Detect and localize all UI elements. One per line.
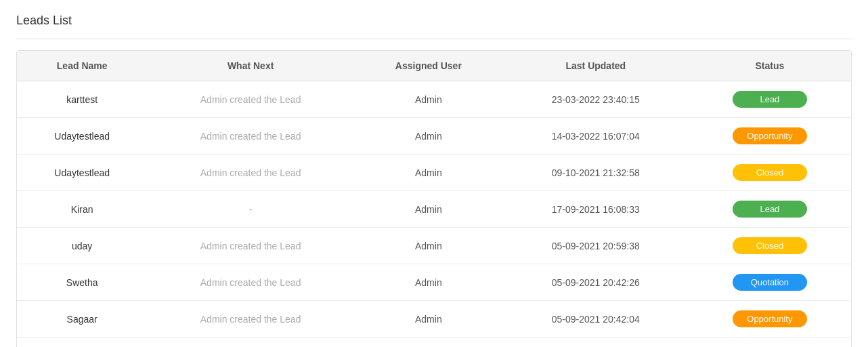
- status-badge: Closed: [733, 237, 807, 254]
- cell-last-updated: 17-09-2021 16:08:33: [503, 191, 689, 228]
- cell-assigned-user: Admin: [354, 264, 503, 301]
- table-row[interactable]: UdaytestleadAdmin created the LeadAdmin0…: [17, 155, 851, 191]
- cell-what-next: Admin created the Lead: [147, 264, 354, 301]
- cell-last-updated: 23-03-2022 23:40:15: [503, 81, 689, 118]
- cell-lead-name: Udaytestlead: [17, 155, 147, 191]
- cell-last-updated: 14-03-2022 16:07:04: [503, 118, 689, 155]
- table-row[interactable]: SagaarAdmin created the LeadAdmin05-09-2…: [17, 301, 851, 338]
- page-title: Leads List: [16, 14, 852, 28]
- table-row[interactable]: SwethaAdmin created the LeadAdmin05-09-2…: [17, 264, 851, 301]
- col-what-next: What Next: [147, 51, 354, 81]
- cell-last-updated: 05-09-2021 20:42:04: [503, 301, 689, 338]
- table-body: karttestAdmin created the LeadAdmin23-03…: [17, 81, 851, 348]
- col-assigned-user: Assigned User: [354, 51, 503, 81]
- leads-table-container: Lead Name What Next Assigned User Last U…: [16, 50, 852, 347]
- cell-what-next: Admin created the Lead: [147, 118, 354, 155]
- cell-what-next: Admin created the Lead: [147, 301, 354, 338]
- status-badge: Closed: [733, 164, 807, 181]
- cell-lead-name: Sagaar: [17, 301, 147, 338]
- cell-what-next: -: [147, 191, 354, 228]
- cell-what-next: Admin created the Lead: [147, 81, 354, 118]
- col-lead-name: Lead Name: [17, 51, 147, 81]
- col-status: Status: [689, 51, 851, 81]
- cell-assigned-user: Admin: [354, 301, 503, 338]
- page-wrapper: Leads List Lead Name What Next Assigned …: [0, 0, 868, 347]
- cell-assigned-user: Admin: [354, 81, 503, 118]
- col-last-updated: Last Updated: [503, 51, 689, 81]
- header-row: Lead Name What Next Assigned User Last U…: [17, 51, 851, 81]
- table-header: Lead Name What Next Assigned User Last U…: [17, 51, 851, 81]
- cell-assigned-user: Admin: [354, 118, 503, 155]
- status-badge: Opportunity: [733, 127, 807, 144]
- cell-last-updated: 05-09-2021 20:59:38: [503, 228, 689, 264]
- cell-status: Quotation: [689, 264, 851, 301]
- table-row[interactable]: karttestAdmin created the LeadAdmin23-03…: [17, 81, 851, 118]
- cell-lead-name: karttest: [17, 81, 147, 118]
- status-badge: Opportunity: [733, 310, 807, 327]
- table-row[interactable]: UdaytestleadAdmin created the LeadAdmin1…: [17, 118, 851, 155]
- status-badge: Quotation: [733, 274, 807, 291]
- cell-what-next: Admin created the Lead: [147, 338, 354, 348]
- cell-assigned-user: Admin: [354, 228, 503, 264]
- cell-what-next: Admin created the Lead: [147, 228, 354, 264]
- cell-lead-name: Swetha: [17, 264, 147, 301]
- cell-assigned-user: Admin: [354, 338, 503, 348]
- divider: [16, 39, 852, 39]
- cell-lead-name: uday: [17, 228, 147, 264]
- cell-last-updated: 01-09-2021 10:53:39: [503, 338, 689, 348]
- cell-assigned-user: Admin: [354, 155, 503, 191]
- cell-last-updated: 05-09-2021 20:42:26: [503, 264, 689, 301]
- cell-lead-name: Uday: [17, 338, 147, 348]
- cell-status: Lead: [689, 191, 851, 228]
- status-badge: Lead: [733, 201, 807, 218]
- cell-status: Lead: [689, 338, 851, 348]
- cell-what-next: Admin created the Lead: [147, 155, 354, 191]
- table-row[interactable]: udayAdmin created the LeadAdmin05-09-202…: [17, 228, 851, 264]
- cell-status: Closed: [689, 155, 851, 191]
- table-row[interactable]: UdayAdmin created the LeadAdmin01-09-202…: [17, 338, 851, 348]
- cell-status: Lead: [689, 81, 851, 118]
- cell-status: Opportunity: [689, 301, 851, 338]
- cell-lead-name: Udaytestlead: [17, 118, 147, 155]
- cell-status: Closed: [689, 228, 851, 264]
- status-badge: Lead: [733, 91, 807, 108]
- cell-last-updated: 09-10-2021 21:32:58: [503, 155, 689, 191]
- cell-lead-name: Kiran: [17, 191, 147, 228]
- table-row[interactable]: Kiran-Admin17-09-2021 16:08:33Lead: [17, 191, 851, 228]
- leads-table: Lead Name What Next Assigned User Last U…: [17, 51, 851, 347]
- cell-assigned-user: Admin: [354, 191, 503, 228]
- cell-status: Opportunity: [689, 118, 851, 155]
